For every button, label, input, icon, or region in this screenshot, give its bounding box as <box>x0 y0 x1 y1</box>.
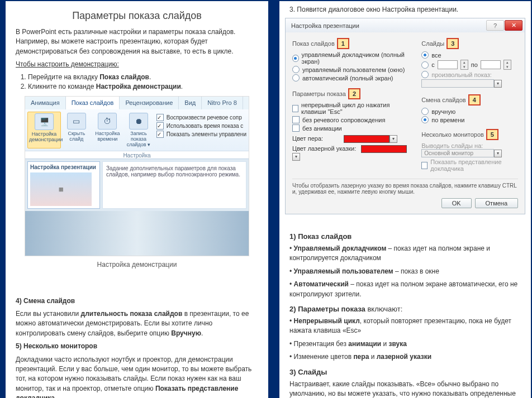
record-slideshow-button[interactable]: ⏺ Запись показаслайдов ▾ <box>123 112 154 148</box>
list-item: Кликните по команде Настройка демонстрац… <box>28 83 258 90</box>
setup-dialog: Настройка презентации ? ✕ Показ слайдов1… <box>285 18 525 214</box>
radio-icon <box>292 74 300 81</box>
page-title: Параметры показа слайдов <box>16 10 258 22</box>
howto-list: Перейдите на вкладку Показ слайдов. Клик… <box>28 73 258 90</box>
rehearse-timings-button[interactable]: ⏱ Настройкавремени <box>92 112 124 148</box>
chevron-down-icon[interactable]: ▾ <box>390 135 397 143</box>
desc-bullet: Презентация без анимации и звука <box>289 339 521 349</box>
hide-slide-icon: ▭ <box>67 113 86 130</box>
radio-auto-full[interactable]: автоматический (полный экран) <box>292 74 408 81</box>
step-3-text: 3. Появится диалоговое окно Настройка пр… <box>279 1 531 16</box>
list-item: Перейдите на вкладку Показ слайдов. <box>28 73 258 81</box>
custom-show-select <box>421 79 494 88</box>
desc-bullet: Непрерывный цикл, который повторяет през… <box>289 317 521 336</box>
marker-3: 3 <box>446 38 459 49</box>
dialog-thumbnail-icon: ▦ <box>30 172 92 206</box>
section-5-text: Докладчики часто используют ноутбук и пр… <box>16 355 258 398</box>
tab-animation[interactable]: Анимация <box>25 97 66 109</box>
use-timings-check[interactable]: ✓ Использовать время показа с <box>156 122 246 130</box>
section-5-heading: 5) Несколько мониторов <box>16 342 97 350</box>
screenshot-caption: Настройка демонстрации <box>16 261 258 268</box>
right-column: 3. Появится диалоговое окно Настройка пр… <box>279 1 531 398</box>
tab-nitro[interactable]: Nitro Pro 8 <box>202 97 243 109</box>
spinner-icon[interactable]: ▴▾ <box>504 60 511 70</box>
background-photo <box>25 211 249 256</box>
desc-2-heading: 2) Параметры показа включают: <box>289 305 521 313</box>
checkbox-icon <box>292 116 300 123</box>
show-controls-check[interactable]: ✓ Показать элементы управлени <box>156 131 246 138</box>
checkbox-icon: ✓ <box>156 114 164 121</box>
radio-manual[interactable]: вручную <box>421 108 518 115</box>
close-button[interactable]: ✕ <box>505 20 522 31</box>
monitor-output-label: Выводить слайды на: <box>421 142 518 149</box>
from-input[interactable] <box>438 60 458 69</box>
desc-1-heading: 1) Показ слайдов <box>289 232 521 241</box>
left-column: Параметры показа слайдов В PowerPoint ес… <box>6 1 268 398</box>
chevron-down-icon: ▾ <box>494 80 502 88</box>
tab-view[interactable]: Вид <box>179 97 202 109</box>
laser-color-swatch[interactable] <box>361 145 407 153</box>
marker-2: 2 <box>348 88 360 99</box>
desc-bullet: Управляемый докладчиком – показ идет на … <box>289 244 521 263</box>
setup-slideshow-button[interactable]: 🖥️ Настройкадемонстрации <box>27 112 61 148</box>
page: Параметры показа слайдов В PowerPoint ес… <box>0 0 532 398</box>
to-input[interactable] <box>481 60 501 69</box>
help-button[interactable]: ? <box>486 20 504 31</box>
tooltip-text: Задание дополнительных параметров для по… <box>102 161 246 209</box>
check-no-animation[interactable]: без анимации <box>292 124 408 132</box>
laser-hint-text: Чтобы отобразить лазерную указку во врем… <box>292 179 518 195</box>
play-narrations-check[interactable]: ✓ Воспроизвести речевое сопр <box>156 114 246 121</box>
check-loop-esc[interactable]: непрерывный цикл до нажатия клавиши "Esc… <box>292 102 408 115</box>
group-advance: Смена слайдов <box>421 97 466 103</box>
tab-review[interactable]: Рецензирование <box>120 97 179 109</box>
checkbox-icon <box>292 105 298 112</box>
radio-icon <box>292 66 300 73</box>
pen-color-swatch[interactable] <box>344 135 390 143</box>
monitor-icon: 🖥️ <box>35 113 54 130</box>
desc-bullet: Автоматический – показ идет на полном эк… <box>289 280 521 299</box>
checkbox-icon <box>292 124 300 132</box>
monitor-select[interactable]: Основной монитор <box>421 149 494 157</box>
radio-icon <box>292 55 299 62</box>
radio-from-to[interactable]: с ▴▾ по ▴▾ <box>421 60 518 70</box>
ribbon-group-label: Настройка <box>25 151 249 159</box>
intro-text: В PowerPoint есть различные настройки и … <box>16 27 258 56</box>
cancel-button[interactable]: Отмена <box>475 198 518 208</box>
howto-heading: Чтобы настроить демонстрацию: <box>16 60 119 68</box>
checkbox-icon: ✓ <box>156 122 164 130</box>
group-show-options: Параметры показа <box>292 90 346 97</box>
radio-custom-show: произвольный показ: <box>421 71 518 78</box>
tab-slideshow[interactable]: Показ слайдов <box>66 97 120 109</box>
radio-icon <box>421 51 429 59</box>
spinner-icon[interactable]: ▴▾ <box>460 60 468 70</box>
checkbox-icon <box>421 162 428 169</box>
desc-bullet: Изменение цветов пера и лазерной указки <box>289 352 521 362</box>
chevron-down-icon[interactable]: ▾ <box>494 150 502 157</box>
section-4-text: Если вы установили длительность показа с… <box>16 309 258 338</box>
laser-color-label: Цвет лазерной указки: <box>292 145 356 152</box>
section-4-heading: 4) Смена слайдов <box>16 297 75 305</box>
dialog-title: Настройка презентации <box>291 22 359 29</box>
chevron-down-icon[interactable]: ▾ <box>292 153 300 161</box>
checkbox-icon: ✓ <box>156 131 164 138</box>
desc-3-text: Настраивает, какие слайды показывать. «В… <box>289 380 521 398</box>
pen-color-label: Цвет пера: <box>292 135 323 142</box>
check-no-narration[interactable]: без речевого сопровождения <box>292 116 408 123</box>
radio-timings[interactable]: по времени <box>421 116 518 123</box>
descriptions: 1) Показ слайдов Управляемый докладчиком… <box>279 220 531 398</box>
group-show-type: Показ слайдов <box>292 40 335 47</box>
ok-button[interactable]: OK <box>441 198 472 208</box>
check-presenter-view: Показать представление докладчика <box>421 159 518 172</box>
ribbon-screenshot: Анимация Показ слайдов Рецензирование Ви… <box>25 96 249 256</box>
radio-icon <box>421 71 429 78</box>
tooltip-title: Настройка презентации <box>30 164 96 170</box>
radio-presenter-full[interactable]: управляемый докладчиком (полный экран) <box>292 51 408 65</box>
group-slides: Слайды <box>421 40 444 47</box>
desc-3-heading: 3) Слайды <box>289 368 521 376</box>
record-icon: ⏺ <box>129 113 148 130</box>
radio-all-slides[interactable]: все <box>421 51 518 59</box>
radio-user-window[interactable]: управляемый пользователем (окно) <box>292 66 408 73</box>
radio-icon <box>421 61 429 69</box>
marker-4: 4 <box>468 94 481 106</box>
hide-slide-button[interactable]: ▭ Скрытьслайд <box>61 112 92 148</box>
